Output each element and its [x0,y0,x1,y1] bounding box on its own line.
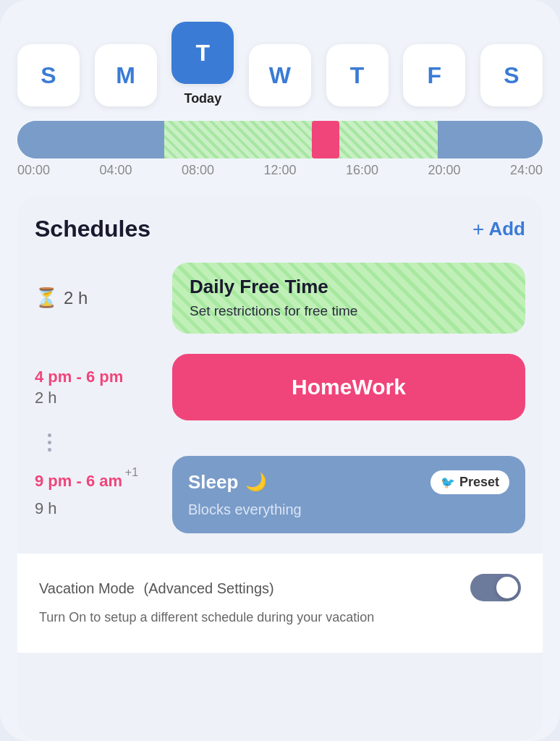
today-label: Today [184,91,221,106]
hourglass-icon: ⏳ [35,287,58,309]
tick-6: 24:00 [510,163,543,178]
tick-1: 04:00 [99,163,132,178]
schedules-section: Schedules + Add ⏳ 2 h Daily Free Time Se… [17,195,543,741]
sleep-time: 9 pm - 6 am+1 [35,471,158,492]
schedules-title: Schedules [35,216,150,242]
day-thursday: T [326,44,389,106]
day-friday: F [403,44,465,106]
day-sunday-button[interactable]: S [17,44,80,106]
tick-5: 20:00 [428,163,460,178]
day-sunday: S [17,44,80,106]
schedules-header: Schedules + Add [35,216,525,242]
app-container: S M T Today W T F S 00:00 [0,0,560,741]
tick-3: 12:00 [263,163,296,178]
day-friday-button[interactable]: F [403,44,465,106]
sleep-card-header: Sleep 🌙 🐦 Preset [188,470,509,494]
day-thursday-button[interactable]: T [326,44,389,106]
sleep-card-subtitle: Blocks everything [188,500,509,519]
homework-card[interactable]: HomeWork [172,354,525,420]
day-monday-button[interactable]: M [95,44,157,106]
timeline-blue-left [17,121,164,158]
timeline-green [164,121,438,158]
sleep-time-info: 9 pm - 6 am+1 9 h [35,471,158,518]
sleep-title-group: Sleep 🌙 [188,471,267,494]
free-time-row: ⏳ 2 h Daily Free Time Set restrictions f… [35,263,525,334]
homework-row: 4 pm - 6 pm 2 h HomeWork [35,354,525,420]
add-button[interactable]: + Add [472,218,525,241]
timeline-bar [17,121,543,158]
preset-badge: 🐦 Preset [430,470,509,494]
day-wednesday: W [249,44,311,106]
timeline-ticks: 00:00 04:00 08:00 12:00 16:00 20:00 24:0… [17,158,543,178]
timeline-section: 00:00 04:00 08:00 12:00 16:00 20:00 24:0… [17,121,543,178]
vacation-title: Vacation Mode (Advanced Settings) [39,577,274,598]
vacation-subtitle: (Advanced Settings) [144,580,274,596]
tick-4: 16:00 [346,163,378,178]
timeline-blue-right [438,121,543,158]
timeline-pink-block [312,121,339,158]
day-tuesday-button[interactable]: T [171,22,234,84]
free-time-icon-row: ⏳ 2 h [35,287,158,309]
plus-icon: + [472,218,484,241]
sleep-card[interactable]: Sleep 🌙 🐦 Preset Blocks everything [172,456,525,533]
homework-duration: 2 h [35,389,158,407]
vacation-header: Vacation Mode (Advanced Settings) [39,574,521,601]
toggle-knob [496,577,518,598]
sleep-duration: 9 h [35,499,158,518]
moon-icon: 🌙 [245,472,267,492]
dotted-divider [45,433,51,452]
vacation-toggle[interactable] [470,574,521,601]
homework-time: 4 pm - 6 pm [35,367,158,388]
tick-0: 00:00 [17,163,50,178]
homework-time-info: 4 pm - 6 pm 2 h [35,367,158,408]
day-wednesday-button[interactable]: W [249,44,311,106]
sleep-time-text: 9 pm - 6 am+1 [35,471,122,492]
free-time-card-subtitle: Set restrictions for free time [190,302,508,321]
preset-label: Preset [459,475,499,490]
tick-2: 08:00 [182,163,214,178]
vacation-description: Turn On to setup a different schedule du… [39,609,437,627]
homework-card-title: HomeWork [292,374,406,400]
day-saturday-button[interactable]: S [480,44,543,106]
sleep-card-title: Sleep [188,471,238,494]
day-monday: M [95,44,157,106]
vacation-section: Vacation Mode (Advanced Settings) Turn O… [17,554,543,653]
preset-bird-icon: 🐦 [441,475,455,489]
free-time-duration: 2 h [64,288,88,308]
day-selector: S M T Today W T F S [17,22,543,106]
free-time-info: ⏳ 2 h [35,287,158,309]
plus-one-badge: +1 [125,465,138,480]
free-time-card-title: Daily Free Time [190,276,508,298]
sleep-row: 9 pm - 6 am+1 9 h Sleep 🌙 🐦 Preset Blo [35,456,525,533]
day-saturday: S [480,44,543,106]
add-label: Add [488,218,525,240]
free-time-card[interactable]: Daily Free Time Set restrictions for fre… [172,263,525,334]
day-tuesday: T Today [171,22,234,106]
